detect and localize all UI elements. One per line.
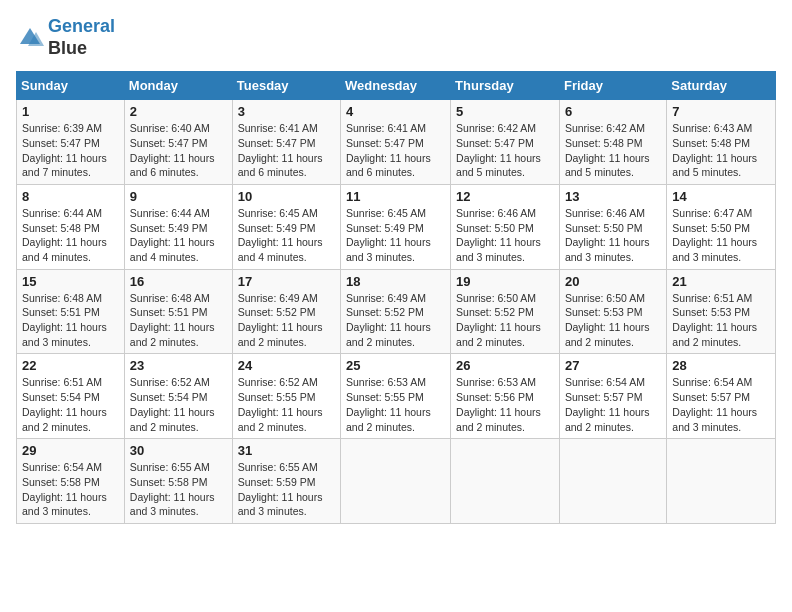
day-number: 17	[238, 274, 335, 289]
calendar-cell: 12 Sunrise: 6:46 AMSunset: 5:50 PMDaylig…	[451, 184, 560, 269]
day-number: 15	[22, 274, 119, 289]
calendar-cell: 31 Sunrise: 6:55 AMSunset: 5:59 PMDaylig…	[232, 439, 340, 524]
day-info: Sunrise: 6:39 AMSunset: 5:47 PMDaylight:…	[22, 121, 119, 180]
day-info: Sunrise: 6:42 AMSunset: 5:48 PMDaylight:…	[565, 121, 661, 180]
day-number: 19	[456, 274, 554, 289]
day-number: 14	[672, 189, 770, 204]
day-info: Sunrise: 6:48 AMSunset: 5:51 PMDaylight:…	[130, 291, 227, 350]
day-number: 10	[238, 189, 335, 204]
calendar-week-row: 29 Sunrise: 6:54 AMSunset: 5:58 PMDaylig…	[17, 439, 776, 524]
calendar-header: SundayMondayTuesdayWednesdayThursdayFrid…	[17, 72, 776, 100]
day-number: 31	[238, 443, 335, 458]
calendar-cell: 18 Sunrise: 6:49 AMSunset: 5:52 PMDaylig…	[341, 269, 451, 354]
day-info: Sunrise: 6:55 AMSunset: 5:58 PMDaylight:…	[130, 460, 227, 519]
calendar-cell: 30 Sunrise: 6:55 AMSunset: 5:58 PMDaylig…	[124, 439, 232, 524]
calendar-cell: 27 Sunrise: 6:54 AMSunset: 5:57 PMDaylig…	[559, 354, 666, 439]
day-info: Sunrise: 6:41 AMSunset: 5:47 PMDaylight:…	[346, 121, 445, 180]
weekday-header: Sunday	[17, 72, 125, 100]
calendar-cell: 2 Sunrise: 6:40 AMSunset: 5:47 PMDayligh…	[124, 100, 232, 185]
day-info: Sunrise: 6:52 AMSunset: 5:54 PMDaylight:…	[130, 375, 227, 434]
day-info: Sunrise: 6:46 AMSunset: 5:50 PMDaylight:…	[565, 206, 661, 265]
day-info: Sunrise: 6:54 AMSunset: 5:58 PMDaylight:…	[22, 460, 119, 519]
day-number: 6	[565, 104, 661, 119]
weekday-header: Saturday	[667, 72, 776, 100]
day-info: Sunrise: 6:50 AMSunset: 5:53 PMDaylight:…	[565, 291, 661, 350]
day-number: 12	[456, 189, 554, 204]
weekday-header: Monday	[124, 72, 232, 100]
calendar-cell: 15 Sunrise: 6:48 AMSunset: 5:51 PMDaylig…	[17, 269, 125, 354]
day-info: Sunrise: 6:53 AMSunset: 5:56 PMDaylight:…	[456, 375, 554, 434]
day-number: 23	[130, 358, 227, 373]
day-info: Sunrise: 6:43 AMSunset: 5:48 PMDaylight:…	[672, 121, 770, 180]
day-info: Sunrise: 6:54 AMSunset: 5:57 PMDaylight:…	[672, 375, 770, 434]
calendar-cell: 8 Sunrise: 6:44 AMSunset: 5:48 PMDayligh…	[17, 184, 125, 269]
weekday-header: Friday	[559, 72, 666, 100]
calendar-cell: 26 Sunrise: 6:53 AMSunset: 5:56 PMDaylig…	[451, 354, 560, 439]
day-number: 5	[456, 104, 554, 119]
logo: General Blue	[16, 16, 115, 59]
day-number: 27	[565, 358, 661, 373]
day-info: Sunrise: 6:54 AMSunset: 5:57 PMDaylight:…	[565, 375, 661, 434]
calendar-cell: 25 Sunrise: 6:53 AMSunset: 5:55 PMDaylig…	[341, 354, 451, 439]
day-info: Sunrise: 6:40 AMSunset: 5:47 PMDaylight:…	[130, 121, 227, 180]
day-number: 11	[346, 189, 445, 204]
calendar-cell: 10 Sunrise: 6:45 AMSunset: 5:49 PMDaylig…	[232, 184, 340, 269]
calendar-cell	[451, 439, 560, 524]
calendar-cell: 14 Sunrise: 6:47 AMSunset: 5:50 PMDaylig…	[667, 184, 776, 269]
page-header: General Blue	[16, 16, 776, 59]
day-number: 2	[130, 104, 227, 119]
logo-icon	[16, 24, 44, 52]
weekday-header: Tuesday	[232, 72, 340, 100]
calendar-cell: 13 Sunrise: 6:46 AMSunset: 5:50 PMDaylig…	[559, 184, 666, 269]
day-number: 16	[130, 274, 227, 289]
calendar-cell: 19 Sunrise: 6:50 AMSunset: 5:52 PMDaylig…	[451, 269, 560, 354]
calendar-cell	[559, 439, 666, 524]
calendar-cell: 24 Sunrise: 6:52 AMSunset: 5:55 PMDaylig…	[232, 354, 340, 439]
day-info: Sunrise: 6:42 AMSunset: 5:47 PMDaylight:…	[456, 121, 554, 180]
calendar-cell: 5 Sunrise: 6:42 AMSunset: 5:47 PMDayligh…	[451, 100, 560, 185]
day-number: 21	[672, 274, 770, 289]
calendar-cell: 1 Sunrise: 6:39 AMSunset: 5:47 PMDayligh…	[17, 100, 125, 185]
day-info: Sunrise: 6:48 AMSunset: 5:51 PMDaylight:…	[22, 291, 119, 350]
calendar-cell: 28 Sunrise: 6:54 AMSunset: 5:57 PMDaylig…	[667, 354, 776, 439]
day-number: 3	[238, 104, 335, 119]
day-number: 25	[346, 358, 445, 373]
day-number: 7	[672, 104, 770, 119]
day-info: Sunrise: 6:55 AMSunset: 5:59 PMDaylight:…	[238, 460, 335, 519]
calendar-cell	[667, 439, 776, 524]
calendar-cell: 23 Sunrise: 6:52 AMSunset: 5:54 PMDaylig…	[124, 354, 232, 439]
day-info: Sunrise: 6:51 AMSunset: 5:54 PMDaylight:…	[22, 375, 119, 434]
calendar-cell: 6 Sunrise: 6:42 AMSunset: 5:48 PMDayligh…	[559, 100, 666, 185]
day-info: Sunrise: 6:51 AMSunset: 5:53 PMDaylight:…	[672, 291, 770, 350]
day-number: 4	[346, 104, 445, 119]
day-number: 29	[22, 443, 119, 458]
day-number: 20	[565, 274, 661, 289]
day-info: Sunrise: 6:41 AMSunset: 5:47 PMDaylight:…	[238, 121, 335, 180]
weekday-header: Wednesday	[341, 72, 451, 100]
calendar-cell: 3 Sunrise: 6:41 AMSunset: 5:47 PMDayligh…	[232, 100, 340, 185]
day-number: 13	[565, 189, 661, 204]
day-number: 18	[346, 274, 445, 289]
logo-text: General Blue	[48, 16, 115, 59]
day-info: Sunrise: 6:44 AMSunset: 5:48 PMDaylight:…	[22, 206, 119, 265]
calendar-cell: 11 Sunrise: 6:45 AMSunset: 5:49 PMDaylig…	[341, 184, 451, 269]
calendar-week-row: 22 Sunrise: 6:51 AMSunset: 5:54 PMDaylig…	[17, 354, 776, 439]
day-info: Sunrise: 6:46 AMSunset: 5:50 PMDaylight:…	[456, 206, 554, 265]
day-number: 28	[672, 358, 770, 373]
day-number: 26	[456, 358, 554, 373]
calendar-cell: 16 Sunrise: 6:48 AMSunset: 5:51 PMDaylig…	[124, 269, 232, 354]
day-number: 22	[22, 358, 119, 373]
day-info: Sunrise: 6:44 AMSunset: 5:49 PMDaylight:…	[130, 206, 227, 265]
calendar-week-row: 8 Sunrise: 6:44 AMSunset: 5:48 PMDayligh…	[17, 184, 776, 269]
calendar-cell: 17 Sunrise: 6:49 AMSunset: 5:52 PMDaylig…	[232, 269, 340, 354]
day-info: Sunrise: 6:53 AMSunset: 5:55 PMDaylight:…	[346, 375, 445, 434]
calendar-cell: 7 Sunrise: 6:43 AMSunset: 5:48 PMDayligh…	[667, 100, 776, 185]
day-info: Sunrise: 6:50 AMSunset: 5:52 PMDaylight:…	[456, 291, 554, 350]
day-number: 1	[22, 104, 119, 119]
calendar-cell: 22 Sunrise: 6:51 AMSunset: 5:54 PMDaylig…	[17, 354, 125, 439]
day-info: Sunrise: 6:49 AMSunset: 5:52 PMDaylight:…	[238, 291, 335, 350]
calendar-cell: 29 Sunrise: 6:54 AMSunset: 5:58 PMDaylig…	[17, 439, 125, 524]
calendar-cell: 4 Sunrise: 6:41 AMSunset: 5:47 PMDayligh…	[341, 100, 451, 185]
calendar-week-row: 1 Sunrise: 6:39 AMSunset: 5:47 PMDayligh…	[17, 100, 776, 185]
calendar-cell: 21 Sunrise: 6:51 AMSunset: 5:53 PMDaylig…	[667, 269, 776, 354]
